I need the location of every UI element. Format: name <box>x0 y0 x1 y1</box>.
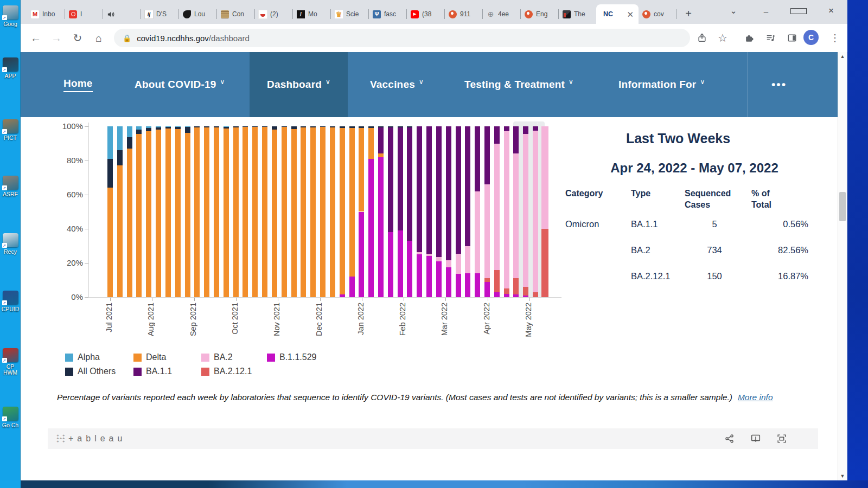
browser-tab[interactable]: The <box>559 4 596 24</box>
browser-tab[interactable]: Con <box>217 4 254 24</box>
browser-menu-kebab-icon[interactable]: ⋮ <box>826 29 844 47</box>
desktop-icon[interactable]: Recy <box>0 233 21 255</box>
stacked-bar-week-9[interactable] <box>185 117 190 297</box>
bar-segment-ba2[interactable] <box>426 254 432 256</box>
bar-segment-ba11[interactable] <box>456 126 461 254</box>
bar-segment-delta[interactable] <box>368 128 374 159</box>
bar-segment-delta[interactable] <box>233 127 239 297</box>
stacked-bar-week-15[interactable] <box>242 117 248 297</box>
bar-segment-ba2[interactable] <box>513 153 519 278</box>
minimize-button[interactable]: – <box>758 7 774 16</box>
stacked-bar-week-33[interactable] <box>417 117 422 297</box>
stacked-bar-week-37[interactable] <box>456 117 461 297</box>
bar-segment-others[interactable] <box>282 126 287 127</box>
bar-segment-delta[interactable] <box>242 127 248 297</box>
forward-button[interactable]: → <box>48 29 65 47</box>
bar-segment-delta[interactable] <box>378 153 384 157</box>
bar-segment-b11529[interactable] <box>484 282 490 297</box>
bar-segment-ba2121[interactable] <box>533 292 538 297</box>
bar-segment-b11529[interactable] <box>378 157 384 297</box>
scroll-down-icon[interactable]: ▼ <box>838 472 847 480</box>
bar-segment-others[interactable] <box>398 126 403 127</box>
stacked-bar-week-27[interactable] <box>359 117 364 297</box>
bar-segment-delta[interactable] <box>262 127 267 297</box>
bar-segment-alpha[interactable] <box>117 126 123 150</box>
bar-segment-delta[interactable] <box>272 130 277 297</box>
stacked-bar-week-38[interactable] <box>465 117 470 297</box>
bar-segment-b11529[interactable] <box>523 296 528 297</box>
address-bar[interactable]: 🔒 covid19.ncdhhs.gov/dashboard <box>114 29 690 47</box>
bookmark-star-icon[interactable]: ☆ <box>714 29 731 47</box>
bar-segment-delta[interactable] <box>175 129 181 297</box>
bar-segment-others[interactable] <box>194 126 200 127</box>
bar-segment-others[interactable] <box>378 126 384 127</box>
browser-tab[interactable]: Lou <box>179 4 216 24</box>
bar-segment-ba11[interactable] <box>398 127 403 231</box>
extensions-puzzle-icon[interactable] <box>741 29 758 47</box>
stacked-bar-week-22[interactable] <box>310 117 316 297</box>
bar-segment-alpha[interactable] <box>136 126 142 130</box>
bar-segment-delta[interactable] <box>320 127 326 297</box>
bar-segment-b11529[interactable] <box>340 294 345 297</box>
bar-segment-delta[interactable] <box>330 127 335 297</box>
bar-segment-ba2[interactable] <box>475 191 480 273</box>
tableau-fullscreen-icon[interactable] <box>776 433 788 445</box>
bar-segment-b11529[interactable] <box>426 256 432 297</box>
desktop-icon[interactable]: Go Ch <box>0 407 21 428</box>
bar-segment-delta[interactable] <box>301 127 306 297</box>
bar-segment-ba11[interactable] <box>484 126 490 184</box>
bar-segment-delta[interactable] <box>282 127 287 297</box>
stacked-bar-week-31[interactable] <box>398 117 403 297</box>
bar-segment-delta[interactable] <box>291 129 297 297</box>
stacked-bar-week-11[interactable] <box>204 117 209 297</box>
bar-segment-delta[interactable] <box>127 149 132 297</box>
bar-segment-others[interactable] <box>107 159 113 188</box>
bar-segment-others[interactable] <box>272 126 277 130</box>
stacked-bar-week-19[interactable] <box>282 117 287 297</box>
desktop-icon[interactable]: CPUID <box>0 291 21 312</box>
browser-tab[interactable]: MInbo <box>27 4 65 24</box>
stacked-bar-week-3[interactable] <box>127 117 132 297</box>
bar-segment-ba11[interactable] <box>465 126 470 246</box>
bar-segment-b11529[interactable] <box>436 261 442 297</box>
bar-segment-others[interactable] <box>156 127 161 130</box>
nav-item-dashboard[interactable]: Dashboard∨ <box>250 52 348 117</box>
legend-item-delta[interactable]: Delta <box>133 352 166 362</box>
bar-segment-b11529[interactable] <box>359 212 364 298</box>
stacked-bar-week-18[interactable] <box>272 117 277 297</box>
bar-segment-others[interactable] <box>185 127 190 133</box>
bar-segment-alpha[interactable] <box>107 126 113 159</box>
browser-tab[interactable]: ⊕4ee <box>483 4 520 24</box>
bar-segment-others[interactable] <box>252 126 258 127</box>
reload-button[interactable]: ↻ <box>69 29 86 47</box>
stacked-bar-week-41[interactable] <box>494 117 500 297</box>
legend-item-ba2[interactable]: BA.2 <box>201 352 233 362</box>
bar-segment-ba11[interactable] <box>533 126 538 131</box>
browser-tab[interactable]: ▶(38 <box>407 4 444 24</box>
bar-segment-delta[interactable] <box>107 188 113 297</box>
stacked-bar-week-36[interactable] <box>446 117 451 297</box>
page-scrollbar[interactable]: ▲ ▼ <box>838 52 847 480</box>
bar-segment-alpha[interactable] <box>175 126 181 127</box>
browser-tab[interactable]: I <box>65 4 103 24</box>
home-button[interactable]: ⌂ <box>90 29 107 47</box>
bar-segment-ba2[interactable] <box>446 260 451 267</box>
bar-segment-delta[interactable] <box>310 127 316 297</box>
bar-segment-b11529[interactable] <box>398 230 403 297</box>
stacked-bar-week-24[interactable] <box>330 117 335 297</box>
stacked-bar-week-16[interactable] <box>252 117 258 297</box>
stacked-bar-week-23[interactable] <box>320 117 326 297</box>
bar-segment-alpha[interactable] <box>185 126 190 127</box>
bar-segment-ba2[interactable] <box>541 126 548 229</box>
bar-segment-ba2121[interactable] <box>523 287 528 296</box>
bar-segment-delta[interactable] <box>117 165 123 297</box>
bar-segment-delta[interactable] <box>224 129 229 297</box>
bar-segment-others[interactable] <box>407 126 412 127</box>
nav-item-about-covid-19[interactable]: About COVID-19∨ <box>135 52 225 117</box>
stacked-bar-week-7[interactable] <box>165 117 171 297</box>
bar-segment-others[interactable] <box>262 126 267 127</box>
tab-close-icon[interactable]: ✕ <box>626 10 635 18</box>
bar-segment-ba2[interactable] <box>484 184 490 278</box>
bar-segment-others[interactable] <box>359 126 364 128</box>
bar-segment-others[interactable] <box>165 127 171 129</box>
